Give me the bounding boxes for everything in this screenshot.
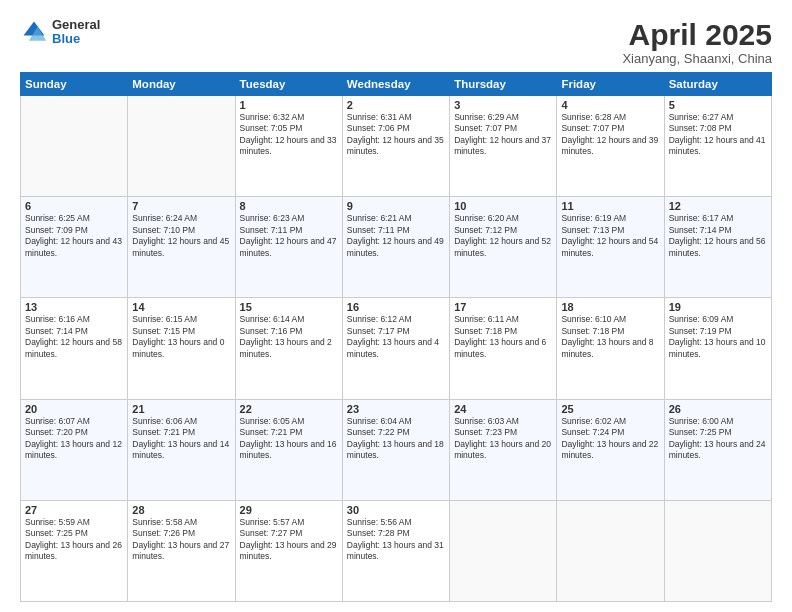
day-number: 16 [347,301,445,313]
day-number: 28 [132,504,230,516]
table-row: 27Sunrise: 5:59 AMSunset: 7:25 PMDayligh… [21,500,128,601]
day-number: 19 [669,301,767,313]
table-row: 8Sunrise: 6:23 AMSunset: 7:11 PMDaylight… [235,197,342,298]
table-row: 11Sunrise: 6:19 AMSunset: 7:13 PMDayligh… [557,197,664,298]
table-row: 7Sunrise: 6:24 AMSunset: 7:10 PMDaylight… [128,197,235,298]
col-thursday: Thursday [450,73,557,96]
table-row [557,500,664,601]
day-number: 21 [132,403,230,415]
day-number: 29 [240,504,338,516]
table-row [664,500,771,601]
day-number: 11 [561,200,659,212]
table-row: 19Sunrise: 6:09 AMSunset: 7:19 PMDayligh… [664,298,771,399]
day-info: Sunrise: 5:57 AMSunset: 7:27 PMDaylight:… [240,517,338,563]
day-number: 24 [454,403,552,415]
day-info: Sunrise: 6:32 AMSunset: 7:05 PMDaylight:… [240,112,338,158]
day-info: Sunrise: 6:16 AMSunset: 7:14 PMDaylight:… [25,314,123,360]
day-info: Sunrise: 6:31 AMSunset: 7:06 PMDaylight:… [347,112,445,158]
day-number: 25 [561,403,659,415]
day-number: 6 [25,200,123,212]
logo-text: General Blue [52,18,100,47]
table-row: 3Sunrise: 6:29 AMSunset: 7:07 PMDaylight… [450,96,557,197]
day-info: Sunrise: 6:25 AMSunset: 7:09 PMDaylight:… [25,213,123,259]
day-number: 2 [347,99,445,111]
table-row: 9Sunrise: 6:21 AMSunset: 7:11 PMDaylight… [342,197,449,298]
day-number: 10 [454,200,552,212]
table-row: 14Sunrise: 6:15 AMSunset: 7:15 PMDayligh… [128,298,235,399]
day-info: Sunrise: 6:14 AMSunset: 7:16 PMDaylight:… [240,314,338,360]
day-info: Sunrise: 6:28 AMSunset: 7:07 PMDaylight:… [561,112,659,158]
day-info: Sunrise: 6:24 AMSunset: 7:10 PMDaylight:… [132,213,230,259]
day-info: Sunrise: 5:58 AMSunset: 7:26 PMDaylight:… [132,517,230,563]
table-row: 2Sunrise: 6:31 AMSunset: 7:06 PMDaylight… [342,96,449,197]
table-row [128,96,235,197]
day-number: 17 [454,301,552,313]
day-number: 23 [347,403,445,415]
day-number: 26 [669,403,767,415]
page: General Blue April 2025 Xianyang, Shaanx… [0,0,792,612]
day-number: 14 [132,301,230,313]
table-row: 21Sunrise: 6:06 AMSunset: 7:21 PMDayligh… [128,399,235,500]
month-title: April 2025 [622,18,772,51]
calendar-week-row: 6Sunrise: 6:25 AMSunset: 7:09 PMDaylight… [21,197,772,298]
table-row: 10Sunrise: 6:20 AMSunset: 7:12 PMDayligh… [450,197,557,298]
day-info: Sunrise: 6:12 AMSunset: 7:17 PMDaylight:… [347,314,445,360]
day-number: 30 [347,504,445,516]
logo-blue-text: Blue [52,32,100,46]
day-info: Sunrise: 6:02 AMSunset: 7:24 PMDaylight:… [561,416,659,462]
col-saturday: Saturday [664,73,771,96]
table-row: 1Sunrise: 6:32 AMSunset: 7:05 PMDaylight… [235,96,342,197]
day-info: Sunrise: 6:20 AMSunset: 7:12 PMDaylight:… [454,213,552,259]
day-info: Sunrise: 6:06 AMSunset: 7:21 PMDaylight:… [132,416,230,462]
day-number: 15 [240,301,338,313]
table-row: 6Sunrise: 6:25 AMSunset: 7:09 PMDaylight… [21,197,128,298]
day-info: Sunrise: 6:00 AMSunset: 7:25 PMDaylight:… [669,416,767,462]
day-info: Sunrise: 6:29 AMSunset: 7:07 PMDaylight:… [454,112,552,158]
calendar-week-row: 1Sunrise: 6:32 AMSunset: 7:05 PMDaylight… [21,96,772,197]
table-row: 15Sunrise: 6:14 AMSunset: 7:16 PMDayligh… [235,298,342,399]
table-row: 26Sunrise: 6:00 AMSunset: 7:25 PMDayligh… [664,399,771,500]
day-info: Sunrise: 6:05 AMSunset: 7:21 PMDaylight:… [240,416,338,462]
day-info: Sunrise: 6:17 AMSunset: 7:14 PMDaylight:… [669,213,767,259]
day-info: Sunrise: 6:23 AMSunset: 7:11 PMDaylight:… [240,213,338,259]
table-row: 17Sunrise: 6:11 AMSunset: 7:18 PMDayligh… [450,298,557,399]
day-number: 4 [561,99,659,111]
table-row: 4Sunrise: 6:28 AMSunset: 7:07 PMDaylight… [557,96,664,197]
table-row [21,96,128,197]
day-number: 13 [25,301,123,313]
calendar-header-row: Sunday Monday Tuesday Wednesday Thursday… [21,73,772,96]
table-row: 16Sunrise: 6:12 AMSunset: 7:17 PMDayligh… [342,298,449,399]
logo-general-text: General [52,18,100,32]
day-number: 8 [240,200,338,212]
table-row: 25Sunrise: 6:02 AMSunset: 7:24 PMDayligh… [557,399,664,500]
day-info: Sunrise: 6:27 AMSunset: 7:08 PMDaylight:… [669,112,767,158]
location-subtitle: Xianyang, Shaanxi, China [622,51,772,66]
logo-icon [20,18,48,46]
day-number: 18 [561,301,659,313]
calendar-week-row: 13Sunrise: 6:16 AMSunset: 7:14 PMDayligh… [21,298,772,399]
day-info: Sunrise: 6:15 AMSunset: 7:15 PMDaylight:… [132,314,230,360]
table-row: 5Sunrise: 6:27 AMSunset: 7:08 PMDaylight… [664,96,771,197]
day-number: 5 [669,99,767,111]
day-info: Sunrise: 5:56 AMSunset: 7:28 PMDaylight:… [347,517,445,563]
col-tuesday: Tuesday [235,73,342,96]
day-info: Sunrise: 6:10 AMSunset: 7:18 PMDaylight:… [561,314,659,360]
day-info: Sunrise: 6:07 AMSunset: 7:20 PMDaylight:… [25,416,123,462]
day-number: 7 [132,200,230,212]
table-row: 13Sunrise: 6:16 AMSunset: 7:14 PMDayligh… [21,298,128,399]
logo: General Blue [20,18,100,47]
col-wednesday: Wednesday [342,73,449,96]
table-row: 12Sunrise: 6:17 AMSunset: 7:14 PMDayligh… [664,197,771,298]
day-info: Sunrise: 6:03 AMSunset: 7:23 PMDaylight:… [454,416,552,462]
table-row: 24Sunrise: 6:03 AMSunset: 7:23 PMDayligh… [450,399,557,500]
table-row: 28Sunrise: 5:58 AMSunset: 7:26 PMDayligh… [128,500,235,601]
day-number: 1 [240,99,338,111]
day-number: 22 [240,403,338,415]
table-row: 30Sunrise: 5:56 AMSunset: 7:28 PMDayligh… [342,500,449,601]
table-row: 22Sunrise: 6:05 AMSunset: 7:21 PMDayligh… [235,399,342,500]
day-info: Sunrise: 6:09 AMSunset: 7:19 PMDaylight:… [669,314,767,360]
day-info: Sunrise: 6:19 AMSunset: 7:13 PMDaylight:… [561,213,659,259]
calendar-week-row: 20Sunrise: 6:07 AMSunset: 7:20 PMDayligh… [21,399,772,500]
day-number: 3 [454,99,552,111]
day-number: 27 [25,504,123,516]
